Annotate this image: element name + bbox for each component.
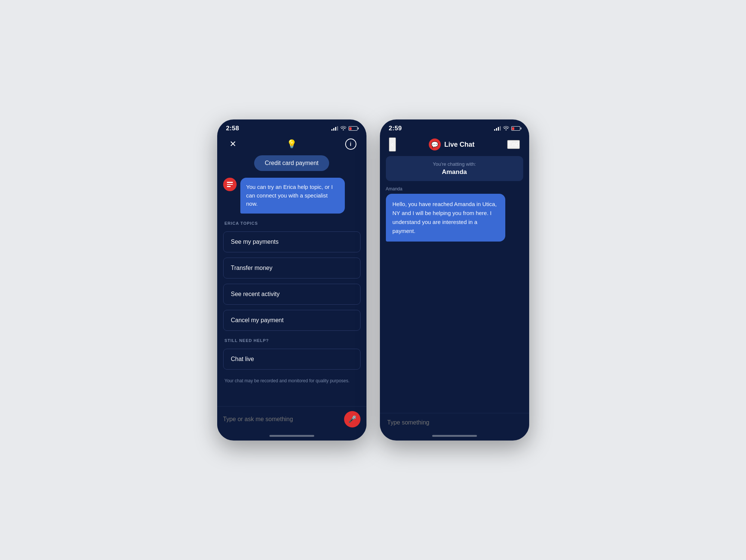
battery-icon-erica: [349, 126, 358, 131]
erica-chat-content: Credit card payment You can try an Erica…: [217, 155, 366, 441]
agent-name-label: Amanda: [386, 186, 523, 192]
chat-dots-icon: 💬: [431, 141, 438, 148]
erica-phone: 2:58: [217, 119, 366, 441]
erica-input-bar: 🎤: [217, 406, 366, 432]
live-chat-area: Amanda Hello, you have reached Amanda in…: [380, 186, 529, 413]
chatting-with-name: Amanda: [391, 168, 518, 176]
close-icon: ✕: [230, 139, 236, 149]
erica-bubble: You can try an Erica help topic, or I ca…: [240, 178, 345, 214]
livechat-input[interactable]: [387, 419, 522, 426]
signal-bar-3: [335, 127, 336, 131]
signal-bar-1: [331, 129, 333, 131]
avatar-line-2: [227, 184, 233, 185]
battery-fill-livechat: [512, 127, 514, 130]
signal-bar-4: [337, 126, 338, 131]
status-time-livechat: 2:59: [389, 125, 402, 132]
chat-live-button[interactable]: Chat live: [223, 349, 360, 370]
status-time-erica: 2:58: [226, 125, 239, 132]
wifi-icon-livechat: [503, 126, 509, 131]
cancel-my-payment-button[interactable]: Cancel my payment: [223, 310, 360, 331]
avatar-line-1: [227, 182, 233, 183]
nav-bar-livechat: ‹ 💬 Live Chat End: [380, 134, 529, 156]
signal-bars-livechat: [494, 126, 501, 131]
signal-bar-lc-4: [500, 126, 501, 131]
bulb-button[interactable]: 💡: [285, 137, 299, 151]
disclaimer-text: Your chat may be recorded and monitored …: [223, 375, 360, 384]
back-button[interactable]: ‹: [389, 137, 396, 152]
status-icons-livechat: [494, 126, 520, 131]
bulb-icon: 💡: [287, 139, 297, 149]
mic-button[interactable]: 🎤: [344, 411, 360, 427]
erica-chat-input[interactable]: [223, 416, 340, 423]
signal-bar-2: [333, 128, 334, 131]
livechat-content: Amanda Hello, you have reached Amanda in…: [380, 186, 529, 441]
end-chat-button[interactable]: End: [507, 140, 520, 149]
battery-icon-livechat: [511, 126, 520, 131]
status-bar-erica: 2:58: [217, 119, 366, 134]
nav-bar-erica: ✕ 💡 i: [217, 134, 366, 155]
close-button[interactable]: ✕: [226, 137, 240, 151]
signal-bar-lc-1: [494, 129, 495, 131]
home-indicator-erica: [269, 435, 314, 437]
info-button[interactable]: i: [344, 137, 358, 151]
chatting-with-label: You're chatting with:: [391, 161, 518, 167]
info-circle: i: [345, 139, 356, 150]
signal-bar-lc-3: [498, 127, 499, 131]
livechat-icon: 💬: [429, 139, 441, 150]
livechat-title-group: 💬 Live Chat: [429, 139, 475, 150]
mic-icon: 🎤: [348, 415, 356, 423]
see-recent-activity-button[interactable]: See recent activity: [223, 284, 360, 305]
erica-chat-area: Credit card payment You can try an Erica…: [217, 155, 366, 406]
erica-avatar-lines: [227, 182, 233, 187]
battery-fill-erica: [349, 127, 352, 130]
status-icons-erica: [331, 126, 358, 131]
avatar-line-3: [227, 186, 231, 187]
erica-message-row: You can try an Erica help topic, or I ca…: [223, 178, 360, 214]
credit-card-payment-button[interactable]: Credit card payment: [254, 155, 329, 171]
screen-container: 2:58: [217, 119, 529, 441]
status-bar-livechat: 2:59: [380, 119, 529, 134]
livechat-title: Live Chat: [444, 141, 475, 149]
chatting-with-banner: You're chatting with: Amanda: [386, 156, 523, 181]
signal-bars-erica: [331, 126, 338, 131]
livechat-phone: 2:59: [380, 119, 529, 441]
agent-message-bubble: Hello, you have reached Amanda in Utica,…: [386, 194, 505, 242]
transfer-money-button[interactable]: Transfer money: [223, 258, 360, 279]
home-indicator-livechat: [432, 435, 477, 437]
wifi-icon-erica: [340, 126, 346, 131]
livechat-input-bar: [380, 413, 529, 432]
erica-avatar: [223, 178, 237, 191]
erica-topics-label: ERICA TOPICS: [223, 219, 360, 226]
signal-bar-lc-2: [496, 128, 497, 131]
see-my-payments-button[interactable]: See my payments: [223, 231, 360, 252]
still-need-help-label: STILL NEED HELP?: [223, 336, 360, 343]
